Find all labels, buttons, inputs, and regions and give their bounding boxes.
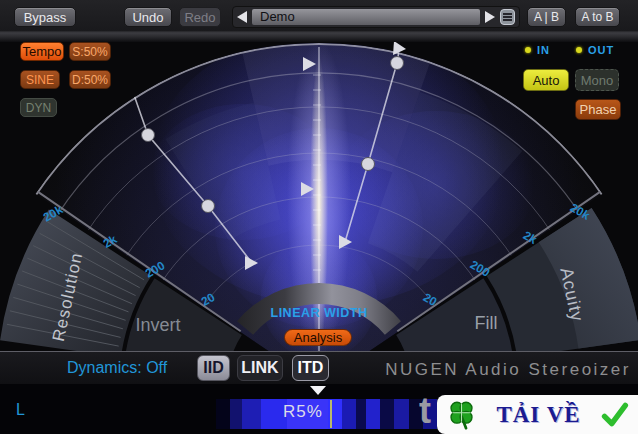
ab-compare-button[interactable]: A | B xyxy=(527,7,566,27)
preset-name-field[interactable]: Demo xyxy=(252,9,480,25)
dynamics-status[interactable]: Dynamics: Off xyxy=(67,359,167,377)
s-amount-button[interactable]: S:50% xyxy=(69,42,111,61)
handle-circle[interactable] xyxy=(391,57,404,70)
phase-button[interactable]: Phase xyxy=(575,99,621,120)
fill-label: Fill xyxy=(475,313,498,333)
meter-bar: L R5% t TẢI VỀ xyxy=(0,384,638,434)
iid-button[interactable]: IID xyxy=(197,355,230,381)
handle-circle[interactable] xyxy=(142,129,155,142)
preset-list-icon[interactable] xyxy=(500,9,515,25)
handle-circle[interactable] xyxy=(362,158,375,171)
info-bar: Dynamics: Off IID LINK ITD NUGEN Audio S… xyxy=(0,351,638,384)
link-button[interactable]: LINK xyxy=(237,355,283,381)
analysis-button[interactable]: Analysis xyxy=(284,329,352,346)
balance-readout: R5% xyxy=(283,402,323,422)
handle-circle[interactable] xyxy=(202,200,215,213)
preset-selector[interactable]: Demo xyxy=(232,6,520,28)
sine-button[interactable]: SINE xyxy=(20,70,60,89)
obscured-glyph: t xyxy=(419,390,431,432)
a-to-b-button[interactable]: A to B xyxy=(575,7,620,27)
clover-icon xyxy=(446,399,477,430)
left-channel-label: L xyxy=(16,401,25,419)
undo-button[interactable]: Undo xyxy=(124,7,172,27)
redo-button[interactable]: Redo xyxy=(179,7,221,27)
mono-button[interactable]: Mono xyxy=(575,69,619,91)
download-watermark[interactable]: TẢI VỀ xyxy=(437,395,638,434)
width-mode-label: LINEAR WIDTH xyxy=(256,306,382,320)
out-led-icon xyxy=(576,47,582,53)
in-led-icon xyxy=(525,47,531,53)
meter-marker-line xyxy=(330,400,332,428)
bypass-button[interactable]: Bypass xyxy=(14,7,76,27)
itd-button[interactable]: ITD xyxy=(292,355,329,381)
d-amount-button[interactable]: D:50% xyxy=(69,70,111,89)
preset-next-icon[interactable] xyxy=(485,11,495,23)
auto-button[interactable]: Auto xyxy=(523,69,569,91)
dyn-button[interactable]: DYN xyxy=(20,98,57,117)
preset-prev-icon[interactable] xyxy=(237,11,247,23)
stereoizer-window: Bypass Undo Redo Demo A | B A to B xyxy=(0,0,638,434)
brand-label: NUGEN Audio Stereoizer xyxy=(385,360,631,380)
meter-marker-icon[interactable] xyxy=(310,386,326,395)
check-icon xyxy=(600,400,629,429)
in-label[interactable]: IN xyxy=(537,44,550,56)
watermark-label[interactable]: TẢI VỀ xyxy=(496,402,580,428)
invert-label: Invert xyxy=(135,315,180,335)
tempo-button[interactable]: Tempo xyxy=(20,42,64,61)
out-label[interactable]: OUT xyxy=(588,44,614,56)
